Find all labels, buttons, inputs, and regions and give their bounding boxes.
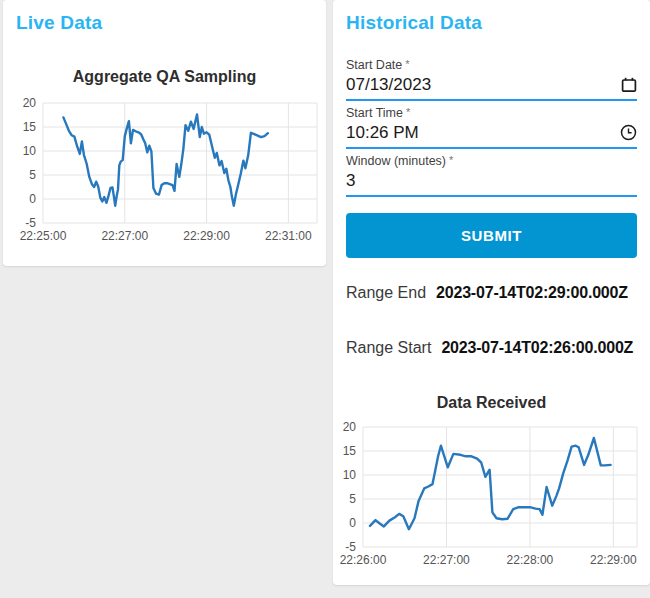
x-axis-tick-label: 22:28:00 <box>507 553 554 567</box>
required-marker: * <box>406 106 410 118</box>
window-minutes-field: Window (minutes)* 3 <box>346 152 637 197</box>
x-axis-tick-label: 22:31:00 <box>265 229 312 243</box>
window-minutes-input[interactable]: 3 <box>346 168 637 197</box>
chart-line <box>370 438 611 529</box>
live-data-panel: Live Data Aggregate QA Sampling -5051015… <box>3 0 326 266</box>
historical-form: Start Date* 07/13/2023 Start Time* 10:26… <box>346 56 637 357</box>
x-axis-tick-label: 22:29:00 <box>183 229 230 243</box>
historical-data-panel: Historical Data Start Date* 07/13/2023 S… <box>333 0 650 585</box>
required-marker: * <box>449 154 453 166</box>
start-date-input[interactable]: 07/13/2023 <box>346 72 637 101</box>
start-time-field: Start Time* 10:26 PM <box>346 104 637 149</box>
calendar-icon[interactable] <box>620 76 637 93</box>
y-axis-tick-label: 10 <box>23 144 37 158</box>
y-axis-tick-label: 0 <box>349 516 356 530</box>
x-axis-tick-label: 22:29:00 <box>590 553 637 567</box>
aggregate-qa-chart-title: Aggregate QA Sampling <box>3 62 326 92</box>
required-marker: * <box>405 58 409 70</box>
start-time-label: Start Time <box>346 106 403 120</box>
y-axis-tick-label: -5 <box>345 540 356 554</box>
aggregate-qa-chart: Aggregate QA Sampling -50510152022:25:00… <box>3 62 326 249</box>
aggregate-qa-chart-canvas: -50510152022:25:0022:27:0022:29:0022:31:… <box>3 92 326 245</box>
range-end-label: Range End <box>346 284 426 302</box>
range-start-value: 2023-07-14T02:26:00.000Z <box>441 339 633 357</box>
y-axis-tick-label: 15 <box>343 444 357 458</box>
y-axis-tick-label: 5 <box>29 168 36 182</box>
data-received-chart-canvas: -50510152022:26:0022:27:0022:28:0022:29:… <box>333 418 650 570</box>
start-date-field: Start Date* 07/13/2023 <box>346 56 637 101</box>
chart-line <box>63 115 268 206</box>
x-axis-tick-label: 22:27:00 <box>423 553 470 567</box>
start-time-value: 10:26 PM <box>346 123 419 143</box>
live-data-title: Live Data <box>16 12 102 34</box>
y-axis-tick-label: 15 <box>23 120 37 134</box>
y-axis-tick-label: 10 <box>343 468 357 482</box>
data-received-chart-title: Data Received <box>333 388 650 418</box>
x-axis-tick-label: 22:26:00 <box>340 553 387 567</box>
range-start-label: Range Start <box>346 339 431 357</box>
submit-button[interactable]: SUBMIT <box>346 213 637 258</box>
y-axis-tick-label: -5 <box>25 216 36 230</box>
x-axis-tick-label: 22:25:00 <box>20 229 67 243</box>
start-date-value: 07/13/2023 <box>346 75 431 95</box>
window-minutes-value: 3 <box>346 171 355 191</box>
y-axis-tick-label: 0 <box>29 192 36 206</box>
start-date-label: Start Date <box>346 58 402 72</box>
historical-data-title: Historical Data <box>346 12 482 34</box>
y-axis-tick-label: 20 <box>343 420 357 434</box>
y-axis-tick-label: 20 <box>23 96 37 110</box>
range-start-row: Range Start 2023-07-14T02:26:00.000Z <box>346 339 637 357</box>
clock-icon[interactable] <box>620 124 637 141</box>
x-axis-tick-label: 22:27:00 <box>101 229 148 243</box>
start-time-input[interactable]: 10:26 PM <box>346 120 637 149</box>
range-end-row: Range End 2023-07-14T02:29:00.000Z <box>346 284 637 302</box>
window-minutes-label: Window (minutes) <box>346 154 446 168</box>
range-end-value: 2023-07-14T02:29:00.000Z <box>436 284 628 302</box>
y-axis-tick-label: 5 <box>349 492 356 506</box>
data-received-chart: Data Received -50510152022:26:0022:27:00… <box>333 388 650 574</box>
